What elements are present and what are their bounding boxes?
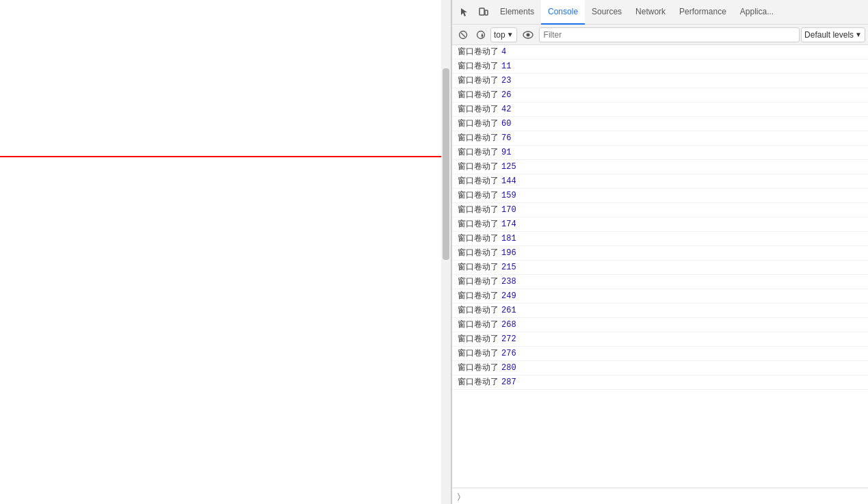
console-log-area[interactable]: 窗口卷动了4窗口卷动了11窗口卷动了23窗口卷动了26窗口卷动了42窗口卷动了6… bbox=[452, 45, 868, 488]
log-entry-number[interactable]: 60 bbox=[501, 118, 511, 130]
tab-elements[interactable]: Elements bbox=[493, 0, 541, 25]
log-entry-text: 窗口卷动了 bbox=[458, 161, 499, 173]
log-entry: 窗口卷动了11 bbox=[452, 59, 868, 74]
log-entry: 窗口卷动了276 bbox=[452, 347, 868, 361]
log-entry-number[interactable]: 272 bbox=[501, 333, 516, 345]
log-entry: 窗口卷动了181 bbox=[452, 232, 868, 246]
log-entry: 窗口卷动了268 bbox=[452, 318, 868, 332]
inspect-element-button[interactable] bbox=[455, 3, 474, 22]
log-entry: 窗口卷动了23 bbox=[452, 74, 868, 88]
log-entry: 窗口卷动了215 bbox=[452, 261, 868, 275]
svg-point-8 bbox=[526, 33, 529, 36]
log-entry-text: 窗口卷动了 bbox=[458, 103, 499, 116]
log-entry-text: 窗口卷动了 bbox=[458, 319, 499, 331]
log-entry-text: 窗口卷动了 bbox=[458, 218, 499, 230]
log-entry-text: 窗口卷动了 bbox=[458, 233, 499, 245]
log-entry: 窗口卷动了60 bbox=[452, 117, 868, 131]
svg-rect-0 bbox=[479, 8, 484, 15]
log-entry: 窗口卷动了91 bbox=[452, 146, 868, 160]
log-entry-text: 窗口卷动了 bbox=[458, 46, 499, 58]
tab-console[interactable]: Console bbox=[541, 0, 585, 25]
log-entry-number[interactable]: 91 bbox=[501, 146, 511, 159]
clear-console-button[interactable] bbox=[455, 27, 471, 43]
log-entry-text: 窗口卷动了 bbox=[458, 75, 499, 87]
log-entry: 窗口卷动了170 bbox=[452, 203, 868, 217]
log-entry: 窗口卷动了280 bbox=[452, 361, 868, 375]
log-entry-number[interactable]: 42 bbox=[501, 103, 511, 116]
log-entry-number[interactable]: 23 bbox=[501, 75, 511, 87]
log-entry-number[interactable]: 174 bbox=[501, 218, 516, 230]
log-entry-text: 窗口卷动了 bbox=[458, 146, 499, 159]
log-entry-number[interactable]: 276 bbox=[501, 347, 516, 360]
log-entry-number[interactable]: 249 bbox=[501, 290, 516, 302]
log-levels-selector[interactable]: Default levels ▼ bbox=[801, 27, 865, 42]
log-entry-number[interactable]: 196 bbox=[501, 247, 516, 259]
tab-network[interactable]: Network bbox=[629, 0, 672, 25]
chevron-down-icon: ▼ bbox=[507, 31, 514, 38]
svg-line-3 bbox=[461, 33, 465, 37]
log-entry-number[interactable]: 26 bbox=[501, 89, 511, 101]
log-entry-number[interactable]: 144 bbox=[501, 175, 516, 187]
log-entry-number[interactable]: 159 bbox=[501, 189, 516, 202]
scroll-thumb[interactable] bbox=[443, 68, 449, 260]
device-toolbar-button[interactable] bbox=[474, 3, 493, 22]
log-entry-text: 窗口卷动了 bbox=[458, 60, 499, 72]
log-entry-number[interactable]: 280 bbox=[501, 362, 516, 374]
log-entry: 窗口卷动了238 bbox=[452, 275, 868, 289]
log-entry-number[interactable]: 215 bbox=[501, 261, 516, 274]
log-entry: 窗口卷动了26 bbox=[452, 88, 868, 103]
log-entry-number[interactable]: 4 bbox=[501, 46, 506, 58]
scroll-track bbox=[441, 0, 451, 504]
log-entry-text: 窗口卷动了 bbox=[458, 362, 499, 374]
log-entry: 窗口卷动了261 bbox=[452, 304, 868, 318]
log-entry-number[interactable]: 170 bbox=[501, 204, 516, 216]
tab-sources[interactable]: Sources bbox=[585, 0, 629, 25]
log-entry: 窗口卷动了144 bbox=[452, 174, 868, 189]
tab-performance[interactable]: Performance bbox=[672, 0, 733, 25]
filter-button[interactable] bbox=[473, 27, 489, 43]
log-entry-number[interactable]: 268 bbox=[501, 319, 516, 331]
log-entry-text: 窗口卷动了 bbox=[458, 376, 499, 388]
log-entry: 窗口卷动了249 bbox=[452, 289, 868, 304]
devtools-panel: Elements Console Sources Network Perform… bbox=[451, 0, 868, 504]
log-entry: 窗口卷动了287 bbox=[452, 375, 868, 390]
console-prompt-row: 〉 bbox=[452, 488, 868, 504]
log-entry-number[interactable]: 76 bbox=[501, 132, 511, 144]
log-entry-text: 窗口卷动了 bbox=[458, 347, 499, 360]
webpage-panel bbox=[0, 0, 451, 504]
svg-rect-1 bbox=[485, 10, 488, 15]
log-entry: 窗口卷动了4 bbox=[452, 45, 868, 59]
log-entry-number[interactable]: 11 bbox=[501, 60, 511, 72]
log-entry-text: 窗口卷动了 bbox=[458, 189, 499, 202]
log-entry: 窗口卷动了196 bbox=[452, 246, 868, 261]
log-entry-text: 窗口卷动了 bbox=[458, 304, 499, 317]
log-entry-text: 窗口卷动了 bbox=[458, 89, 499, 101]
log-entry-text: 窗口卷动了 bbox=[458, 333, 499, 345]
log-entry-number[interactable]: 181 bbox=[501, 233, 516, 245]
log-entry-text: 窗口卷动了 bbox=[458, 175, 499, 187]
eye-button[interactable] bbox=[518, 27, 538, 43]
console-toolbar: top ▼ Default levels ▼ bbox=[452, 25, 868, 45]
tab-application[interactable]: Applica... bbox=[733, 0, 780, 25]
log-entry: 窗口卷动了159 bbox=[452, 189, 868, 203]
chevron-down-icon: ▼ bbox=[855, 31, 862, 38]
log-entry: 窗口卷动了125 bbox=[452, 160, 868, 174]
log-entry-number[interactable]: 125 bbox=[501, 161, 516, 173]
log-entry-text: 窗口卷动了 bbox=[458, 261, 499, 274]
log-entry-text: 窗口卷动了 bbox=[458, 247, 499, 259]
svg-point-6 bbox=[482, 34, 484, 36]
log-entry: 窗口卷动了42 bbox=[452, 103, 868, 117]
log-entry: 窗口卷动了174 bbox=[452, 217, 868, 232]
expand-arrow-icon[interactable]: 〉 bbox=[458, 492, 460, 501]
log-entry-text: 窗口卷动了 bbox=[458, 290, 499, 302]
red-divider-line bbox=[0, 156, 451, 157]
log-entry-text: 窗口卷动了 bbox=[458, 276, 499, 288]
log-entry: 窗口卷动了76 bbox=[452, 131, 868, 146]
log-entry-number[interactable]: 238 bbox=[501, 276, 516, 288]
log-entry-text: 窗口卷动了 bbox=[458, 204, 499, 216]
svg-point-4 bbox=[477, 31, 485, 38]
log-entry-number[interactable]: 261 bbox=[501, 304, 516, 317]
filter-input[interactable] bbox=[539, 27, 800, 42]
log-entry-number[interactable]: 287 bbox=[501, 376, 516, 388]
context-selector[interactable]: top ▼ bbox=[490, 27, 517, 42]
